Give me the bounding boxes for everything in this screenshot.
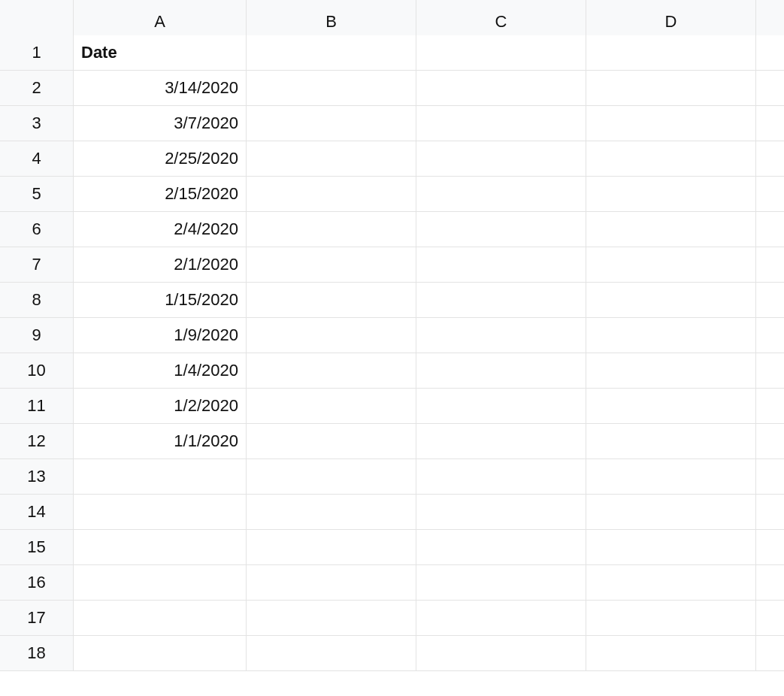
cell-D6[interactable] [586,212,756,247]
cell-C16[interactable] [416,565,586,601]
cell-B13[interactable] [247,459,416,495]
cell-D1[interactable] [586,35,756,71]
cell-D5[interactable] [586,177,756,212]
cell-B14[interactable] [247,495,416,530]
cell-A10[interactable]: 1/4/2020 [74,353,247,389]
cell-A7[interactable]: 2/1/2020 [74,247,247,283]
cell-A11[interactable]: 1/2/2020 [74,389,247,424]
row-header-15[interactable]: 15 [0,530,74,565]
cell-D12[interactable] [586,424,756,459]
row-header-1[interactable]: 1 [0,35,74,71]
cell-B4[interactable] [247,141,416,177]
cell-A12[interactable]: 1/1/2020 [74,424,247,459]
cell-C7[interactable] [416,247,586,283]
cell-C3[interactable] [416,106,586,141]
cell-A1[interactable]: Date [74,35,247,71]
cell-E11[interactable] [756,389,784,424]
cell-B15[interactable] [247,530,416,565]
row-header-9[interactable]: 9 [0,318,74,353]
cell-B7[interactable] [247,247,416,283]
cell-C14[interactable] [416,495,586,530]
row-header-18[interactable]: 18 [0,636,74,671]
cell-E10[interactable] [756,353,784,389]
cell-C12[interactable] [416,424,586,459]
cell-C9[interactable] [416,318,586,353]
cell-E4[interactable] [756,141,784,177]
cell-C17[interactable] [416,601,586,636]
cell-E14[interactable] [756,495,784,530]
cell-D15[interactable] [586,530,756,565]
spreadsheet-grid[interactable]: A B C D 1 Date 2 3/14/2020 3 3/7/2020 4 … [0,0,784,671]
cell-B12[interactable] [247,424,416,459]
cell-A14[interactable] [74,495,247,530]
cell-D7[interactable] [586,247,756,283]
cell-B6[interactable] [247,212,416,247]
row-header-16[interactable]: 16 [0,565,74,601]
cell-C5[interactable] [416,177,586,212]
cell-B18[interactable] [247,636,416,671]
cell-E1[interactable] [756,35,784,71]
cell-D11[interactable] [586,389,756,424]
cell-D8[interactable] [586,283,756,318]
cell-D17[interactable] [586,601,756,636]
cell-D18[interactable] [586,636,756,671]
cell-C4[interactable] [416,141,586,177]
cell-B17[interactable] [247,601,416,636]
row-header-7[interactable]: 7 [0,247,74,283]
cell-B8[interactable] [247,283,416,318]
cell-E9[interactable] [756,318,784,353]
cell-B3[interactable] [247,106,416,141]
cell-A16[interactable] [74,565,247,601]
cell-C1[interactable] [416,35,586,71]
cell-A2[interactable]: 3/14/2020 [74,71,247,106]
cell-C10[interactable] [416,353,586,389]
cell-B16[interactable] [247,565,416,601]
row-header-14[interactable]: 14 [0,495,74,530]
row-header-13[interactable]: 13 [0,459,74,495]
cell-E12[interactable] [756,424,784,459]
cell-E3[interactable] [756,106,784,141]
row-header-11[interactable]: 11 [0,389,74,424]
cell-A18[interactable] [74,636,247,671]
cell-B11[interactable] [247,389,416,424]
row-header-5[interactable]: 5 [0,177,74,212]
cell-A5[interactable]: 2/15/2020 [74,177,247,212]
cell-C15[interactable] [416,530,586,565]
cell-A9[interactable]: 1/9/2020 [74,318,247,353]
row-header-4[interactable]: 4 [0,141,74,177]
cell-E17[interactable] [756,601,784,636]
cell-E8[interactable] [756,283,784,318]
cell-A4[interactable]: 2/25/2020 [74,141,247,177]
cell-D10[interactable] [586,353,756,389]
cell-D3[interactable] [586,106,756,141]
cell-D16[interactable] [586,565,756,601]
cell-B10[interactable] [247,353,416,389]
cell-E5[interactable] [756,177,784,212]
cell-E16[interactable] [756,565,784,601]
cell-B1[interactable] [247,35,416,71]
cell-C11[interactable] [416,389,586,424]
cell-C8[interactable] [416,283,586,318]
cell-A17[interactable] [74,601,247,636]
row-header-2[interactable]: 2 [0,71,74,106]
cell-B2[interactable] [247,71,416,106]
cell-D14[interactable] [586,495,756,530]
cell-A13[interactable] [74,459,247,495]
cell-C18[interactable] [416,636,586,671]
cell-A8[interactable]: 1/15/2020 [74,283,247,318]
row-header-12[interactable]: 12 [0,424,74,459]
row-header-17[interactable]: 17 [0,601,74,636]
cell-E15[interactable] [756,530,784,565]
row-header-6[interactable]: 6 [0,212,74,247]
cell-A3[interactable]: 3/7/2020 [74,106,247,141]
cell-A15[interactable] [74,530,247,565]
cell-D13[interactable] [586,459,756,495]
cell-C2[interactable] [416,71,586,106]
cell-E18[interactable] [756,636,784,671]
row-header-3[interactable]: 3 [0,106,74,141]
cell-C6[interactable] [416,212,586,247]
cell-B9[interactable] [247,318,416,353]
cell-B5[interactable] [247,177,416,212]
row-header-8[interactable]: 8 [0,283,74,318]
cell-A6[interactable]: 2/4/2020 [74,212,247,247]
